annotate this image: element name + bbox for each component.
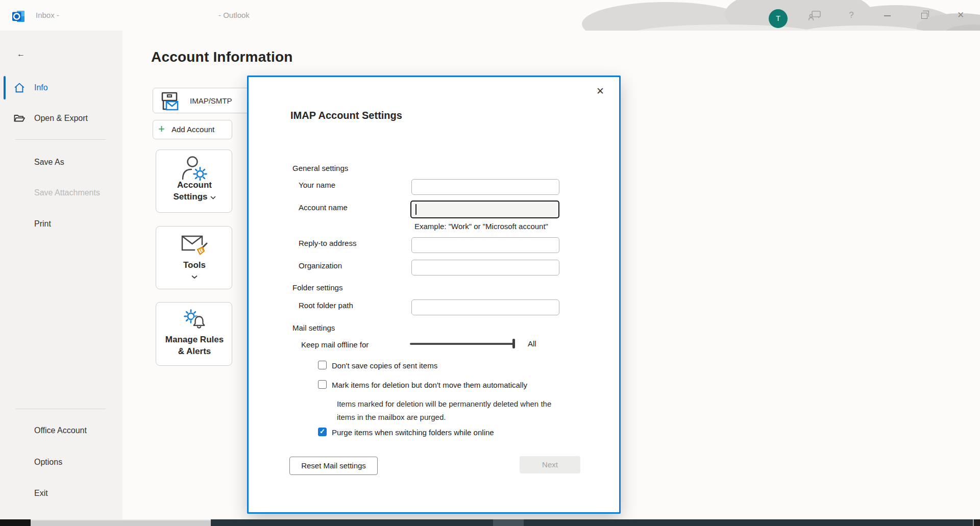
chevron-down-icon xyxy=(191,275,198,279)
minimize-button[interactable] xyxy=(879,0,895,31)
page-title: Account Information xyxy=(151,49,293,65)
imap-account-settings-dialog: ✕ IMAP Account Settings General settings… xyxy=(247,76,621,514)
dialog-close-button[interactable]: ✕ xyxy=(593,84,608,99)
account-name-input[interactable] xyxy=(410,201,559,218)
taskbar-segment xyxy=(0,519,31,526)
chevron-down-icon xyxy=(210,196,216,199)
text-caret xyxy=(415,204,416,215)
mark-items-deletion-checkbox[interactable] xyxy=(318,380,327,389)
root-folder-path-input[interactable] xyxy=(411,299,559,315)
sidebar-item-print[interactable]: Print xyxy=(0,213,122,235)
sidebar-item-office-account[interactable]: Office Account xyxy=(0,419,122,442)
feedback-icon[interactable] xyxy=(806,0,823,31)
open-folder-icon xyxy=(13,112,26,124)
mailbox-icon xyxy=(159,91,180,112)
sidebar-item-label: Open & Export xyxy=(34,107,88,130)
back-button[interactable]: ← xyxy=(13,47,29,62)
gear-bell-icon xyxy=(156,309,233,334)
outlook-backstage: Inbox - - Outlook T ? ✕ ← Info xyxy=(0,0,980,526)
manage-rules-alerts-button[interactable]: Manage Rules & Alerts xyxy=(156,302,232,366)
sidebar-item-label: Save Attachments xyxy=(34,182,100,204)
sidebar-divider xyxy=(15,409,106,409)
restore-button[interactable] xyxy=(916,0,933,31)
sidebar-item-label: Office Account xyxy=(34,419,87,442)
slider-thumb[interactable] xyxy=(512,339,515,348)
taskbar-clock-sliver xyxy=(893,522,909,524)
avatar-initial: T xyxy=(776,14,780,22)
account-settings-button[interactable]: Account Settings xyxy=(156,149,232,213)
sidebar-item-label: Info xyxy=(34,77,48,99)
sidebar-divider xyxy=(15,139,106,140)
help-icon[interactable]: ? xyxy=(843,0,860,31)
add-account-button[interactable]: + Add Account xyxy=(153,120,232,139)
taskbar-window-peek[interactable] xyxy=(31,519,211,526)
taskbar-sliver xyxy=(0,519,980,526)
plus-icon: + xyxy=(158,120,165,139)
folder-settings-label: Folder settings xyxy=(292,283,342,292)
sidebar-item-save-as[interactable]: Save As xyxy=(0,151,122,173)
window-close-button[interactable]: ✕ xyxy=(952,0,969,31)
sidebar-item-options[interactable]: Options xyxy=(0,451,122,473)
general-settings-label: General settings xyxy=(292,164,348,172)
tools-button[interactable]: Tools xyxy=(156,226,232,289)
keep-mail-offline-label: Keep mail offline for xyxy=(301,340,369,349)
account-selector-value: IMAP/SMTP xyxy=(190,88,232,114)
dialog-title: IMAP Account Settings xyxy=(290,110,402,121)
account-name-helper: Example: "Work" or "Microsoft account" xyxy=(414,222,548,231)
titlebar: Inbox - - Outlook T ? ✕ xyxy=(0,0,980,31)
person-gear-icon xyxy=(156,156,233,183)
reset-mail-settings-button[interactable]: Reset Mail settings xyxy=(289,457,378,475)
avatar[interactable]: T xyxy=(769,9,788,28)
mail-cleanup-icon xyxy=(156,235,233,259)
home-icon xyxy=(13,82,26,94)
mail-settings-label: Mail settings xyxy=(292,323,335,332)
card-label: Manage Rules xyxy=(156,335,233,345)
next-button: Next xyxy=(520,456,580,473)
dont-save-copies-checkbox[interactable] xyxy=(318,361,327,369)
sidebar-item-label: Options xyxy=(34,451,62,473)
sidebar-item-info[interactable]: Info xyxy=(0,77,122,99)
checkbox-label[interactable]: Purge items when switching folders while… xyxy=(332,428,494,437)
show-desktop-corner[interactable] xyxy=(974,519,980,526)
your-name-label: Your name xyxy=(299,181,335,189)
taskbar-active-app-segment[interactable] xyxy=(493,519,524,526)
reply-to-label: Reply-to address xyxy=(299,239,356,247)
sidebar-item-save-attachments: Save Attachments xyxy=(0,182,122,204)
sidebar-item-label: Print xyxy=(34,213,51,235)
your-name-input[interactable] xyxy=(411,179,559,195)
card-label xyxy=(156,271,233,282)
organization-input[interactable] xyxy=(411,260,559,275)
purge-items-checkbox[interactable] xyxy=(318,428,327,436)
add-account-label: Add Account xyxy=(172,120,214,139)
card-label: Account xyxy=(156,180,233,190)
outlook-logo-icon xyxy=(12,10,26,23)
backstage-sidebar: ← Info Open & Export Save As Save Attach… xyxy=(0,31,122,519)
card-label: & Alerts xyxy=(156,346,233,357)
keep-mail-offline-slider[interactable] xyxy=(410,343,514,345)
card-label: Settings xyxy=(156,192,233,202)
reply-to-input[interactable] xyxy=(411,237,559,253)
sidebar-item-open-export[interactable]: Open & Export xyxy=(0,107,122,130)
sidebar-item-label: Save As xyxy=(34,151,64,173)
account-name-label: Account name xyxy=(299,203,348,212)
checkbox-label[interactable]: Don't save copies of sent items xyxy=(332,361,437,370)
checkbox-label[interactable]: Mark items for deletion but don't move t… xyxy=(332,381,527,389)
slider-value: All xyxy=(528,339,536,348)
sidebar-item-exit[interactable]: Exit xyxy=(0,482,122,505)
sidebar-item-label: Exit xyxy=(34,482,48,505)
window-title-left: Inbox - xyxy=(36,0,59,31)
card-label: Tools xyxy=(156,260,233,270)
root-folder-path-label: Root folder path xyxy=(299,301,353,310)
organization-label: Organization xyxy=(299,261,342,270)
deletion-note: Items marked for deletion will be perman… xyxy=(337,397,572,424)
window-title-right: - Outlook xyxy=(218,0,250,31)
